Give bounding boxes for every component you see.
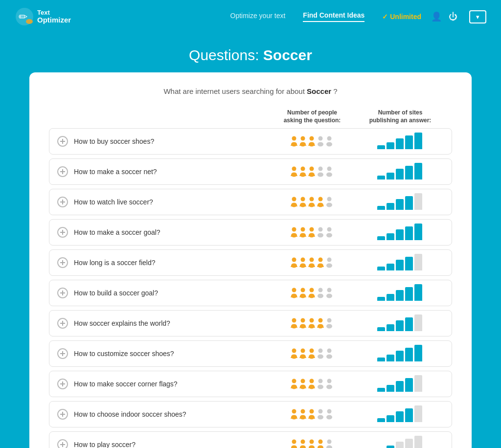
svg-point-70 xyxy=(309,294,315,298)
nav-optimize[interactable]: Optimize your text xyxy=(230,12,286,22)
question-text: How to customize soccer shoes? xyxy=(74,350,268,358)
person-icon xyxy=(317,197,324,207)
person-icon xyxy=(290,257,298,268)
question-row[interactable]: How to make soccer corner flags? xyxy=(49,371,452,397)
svg-point-37 xyxy=(327,197,332,202)
svg-point-19 xyxy=(301,167,305,171)
people-icons xyxy=(268,439,356,448)
logo-text: Text Optimizer xyxy=(37,9,71,24)
expand-icon[interactable] xyxy=(57,348,68,359)
svg-point-67 xyxy=(301,288,305,292)
main-card: What are internet users searching for ab… xyxy=(29,72,472,448)
svg-point-101 xyxy=(292,379,296,383)
person-icon xyxy=(299,379,307,389)
person-icon xyxy=(290,197,298,207)
question-row[interactable]: How to watch live soccer? xyxy=(49,189,452,215)
bar-segment xyxy=(405,348,413,361)
table-header: Number of peopleasking the question: Num… xyxy=(49,109,452,128)
bar-segment xyxy=(377,327,385,331)
expand-icon[interactable] xyxy=(57,288,68,298)
svg-point-45 xyxy=(310,227,314,232)
people-icons xyxy=(268,348,356,359)
expand-icon[interactable] xyxy=(57,409,68,420)
expand-icon[interactable] xyxy=(57,379,68,389)
expand-icon[interactable] xyxy=(57,197,68,207)
svg-point-130 xyxy=(309,446,315,448)
bar-segment xyxy=(414,193,422,210)
page-title-area: Questions: Soccer xyxy=(0,33,501,72)
expand-icon[interactable] xyxy=(57,136,68,147)
person-icon xyxy=(290,227,298,238)
header: ✏ Text Optimizer Optimize your text Find… xyxy=(0,0,501,33)
person-icon xyxy=(325,136,333,147)
dropdown-button[interactable]: ▾ xyxy=(469,10,486,23)
person-icon xyxy=(317,166,324,177)
bar-chart xyxy=(356,224,444,240)
people-icons xyxy=(268,257,356,268)
expand-icon[interactable] xyxy=(57,257,68,268)
question-row[interactable]: How to choose indoor soccer shoes? xyxy=(49,401,452,427)
svg-point-90 xyxy=(291,355,297,359)
svg-point-62 xyxy=(326,264,332,268)
person-icon xyxy=(308,136,316,147)
bar-segment xyxy=(387,173,394,179)
person-icon xyxy=(308,227,316,238)
person-icon xyxy=(325,197,333,207)
svg-point-82 xyxy=(309,324,315,329)
person-icon xyxy=(299,318,307,329)
question-row[interactable]: How to build a soccer goal? xyxy=(49,280,452,306)
svg-point-133 xyxy=(327,440,332,444)
expand-icon[interactable] xyxy=(57,318,68,329)
expand-icon[interactable] xyxy=(57,166,68,177)
bar-segment xyxy=(396,169,404,179)
svg-point-69 xyxy=(310,288,314,292)
svg-point-34 xyxy=(309,203,315,207)
person-icon xyxy=(325,439,333,448)
svg-point-128 xyxy=(300,446,306,448)
svg-point-48 xyxy=(318,233,323,238)
person-icon xyxy=(308,379,316,389)
person-icon xyxy=(290,409,298,420)
question-row[interactable]: How to buy soccer shoes? xyxy=(49,128,452,155)
bar-segment xyxy=(377,418,385,422)
col-people-header: Number of peopleasking the question: xyxy=(268,109,356,124)
svg-point-94 xyxy=(309,355,315,359)
bar-segment xyxy=(387,203,394,210)
person-icon xyxy=(317,227,324,238)
svg-point-29 xyxy=(292,197,296,202)
svg-point-115 xyxy=(301,409,305,414)
svg-point-117 xyxy=(310,409,314,414)
bar-segment xyxy=(377,176,385,179)
question-row[interactable]: How long is a soccer field? xyxy=(49,249,452,276)
keyword-title: Soccer xyxy=(263,47,312,63)
bar-segment xyxy=(396,260,404,270)
expand-icon[interactable] xyxy=(57,227,68,238)
question-row[interactable]: How to customize soccer shoes? xyxy=(49,340,452,367)
svg-point-58 xyxy=(309,264,315,268)
people-icons xyxy=(268,409,356,420)
question-row[interactable]: How to make a soccer goal? xyxy=(49,219,452,246)
bar-chart xyxy=(356,346,444,361)
person-icon xyxy=(325,318,333,329)
user-icon[interactable]: 👤 xyxy=(431,11,442,22)
question-row[interactable]: How to play soccer? xyxy=(49,431,452,448)
nav-unlimited[interactable]: ✓ Unlimited xyxy=(382,13,421,21)
subtitle: What are internet users searching for ab… xyxy=(49,87,452,95)
bar-chart xyxy=(356,194,444,210)
person-icon xyxy=(299,136,307,147)
nav-find-content[interactable]: Find Content Ideas xyxy=(303,11,364,22)
question-row[interactable]: How soccer explains the world? xyxy=(49,310,452,336)
expand-icon[interactable] xyxy=(57,439,68,448)
bar-segment xyxy=(377,388,385,392)
svg-point-85 xyxy=(327,318,332,323)
person-icon xyxy=(290,348,298,359)
svg-point-66 xyxy=(291,294,297,298)
power-icon[interactable]: ⏻ xyxy=(449,12,457,22)
svg-point-25 xyxy=(327,167,332,171)
person-icon xyxy=(308,288,316,298)
svg-point-83 xyxy=(319,318,323,323)
svg-point-116 xyxy=(300,415,306,420)
svg-point-122 xyxy=(326,415,332,420)
person-icon xyxy=(299,409,307,420)
question-row[interactable]: How to make a soccer net? xyxy=(49,158,452,185)
